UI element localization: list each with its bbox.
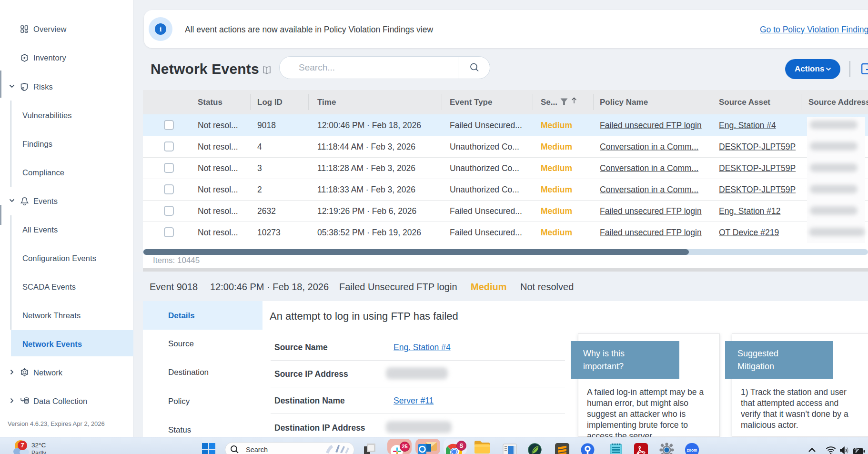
- svg-text:zoom: zoom: [687, 448, 697, 453]
